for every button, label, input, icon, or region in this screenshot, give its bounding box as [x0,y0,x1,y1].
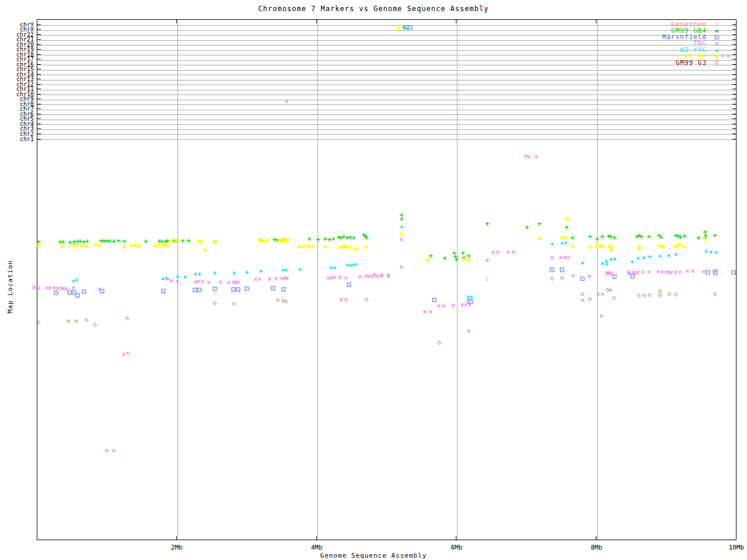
page-title: Chromosome 7 Markers vs Genome Sequence … [0,5,747,13]
legend-symbol [707,34,727,40]
y-tick-label-chr11: chr11 [0,86,34,92]
x-gridline [597,20,598,540]
y-tick-label-chr10: chr10 [0,92,34,97]
y-tick-label-chr12: chr12 [0,82,34,87]
x-tick-label: 8Mb [579,544,614,551]
x-tick-label: 4Mb [299,544,334,551]
chromosome-gridline [37,104,736,105]
legend-marker-icon: ∗ [714,53,720,60]
y-tick-label-chr3: chr3 [0,126,34,131]
y-axis-title: Map Location [6,255,14,319]
chart-canvas: Chromosome 7 Markers vs Genome Sequence … [0,0,747,560]
legend-row: GM99 G3◇ [627,60,727,66]
x-tick-label: 6Mb [439,544,474,551]
chromosome-gridline [37,85,736,85]
plot-area [37,19,736,540]
x-gridline [317,20,318,540]
chromosome-gridline [37,75,736,75]
y-tick-label-chr16: chr16 [0,62,34,67]
chromosome-gridline [37,114,736,115]
chromosome-gridline [37,100,736,100]
y-tick-label-chr19: chr19 [0,47,34,52]
y-tick-label-chr4: chr4 [0,121,34,127]
x-gridline [177,20,178,540]
y-tick-label-chr14: chr14 [0,72,34,77]
y-tick-label-chr18: chr18 [0,52,34,57]
y-tick-label-chr9: chr9 [0,96,34,102]
y-tick-label-chr7: chr7 [0,106,34,111]
legend-marker-icon [715,35,719,39]
y-tick-label-chr8: chr8 [0,102,34,107]
x-gridline [457,20,458,540]
legend-symbol: + [707,27,727,34]
legend-marker-icon: ◇ [715,22,718,27]
legend-label: GM99 G3 [627,59,707,66]
chromosome-gridline [37,120,736,120]
legend-marker-icon: × [714,41,719,47]
x-axis-title: Genome Sequence Assembly [0,552,747,559]
x-tick-label: 2Mb [159,544,194,551]
x-tick-label: 10Mb [719,544,747,551]
y-tick-label-chr22: chr22 [0,32,34,37]
chromosome-gridline [37,80,736,80]
legend-symbol: ∗ [707,53,727,60]
y-tick-label-chr15: chr15 [0,66,34,72]
legend: Genethon◇GM99 GB4+MarshfieldTNG×WI YAC▲W… [627,21,727,66]
data-point-tng: × [32,285,36,290]
y-tick-label-chr6: chr6 [0,111,34,117]
y-tick-label-chr2: chr2 [0,131,34,136]
y-tick-label-chr5: chr5 [0,116,34,121]
y-tick-label-chr13: chr13 [0,76,34,82]
chromosome-gridline [37,139,736,140]
chromosome-gridline [37,70,736,71]
chromosome-gridline [37,94,736,95]
y-tick-label-chr1: chr1 [0,136,34,142]
y-tick-label-chrY: chrY [0,22,34,27]
chromosome-gridline [37,124,736,125]
chromosome-gridline [37,90,736,90]
chromosome-gridline [37,134,736,135]
chromosome-gridline [37,130,736,130]
y-tick-label-chrX: chrX [0,27,34,32]
legend-marker-icon: ◇ [715,61,718,65]
chromosome-gridline [37,110,736,110]
legend-symbol: × [707,40,727,47]
legend-marker-icon: + [714,27,719,34]
legend-symbol: ◇ [707,60,727,66]
y-tick-label-chr20: chr20 [0,42,34,47]
y-tick-label-chr21: chr21 [0,37,34,42]
y-tick-label-chr17: chr17 [0,57,34,62]
legend-marker-icon: ▲ [715,48,718,52]
